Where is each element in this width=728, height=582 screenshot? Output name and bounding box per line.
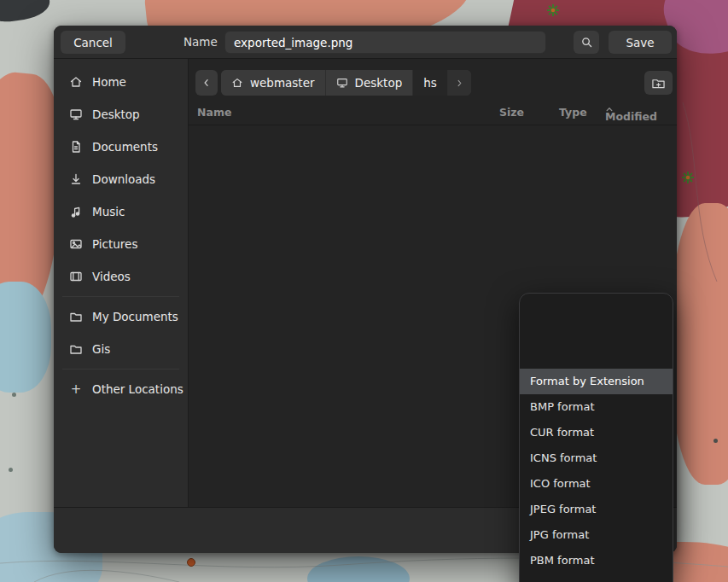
column-header-name[interactable]: Name (197, 106, 231, 119)
sidebar-item-other-locations[interactable]: + Other Locations (54, 373, 188, 405)
dialog-headerbar: Cancel Name Save (54, 26, 677, 59)
sidebar-item-videos[interactable]: Videos (54, 260, 188, 293)
sidebar-separator (62, 369, 179, 370)
search-icon (580, 36, 593, 49)
path-segment-label: Desktop (355, 76, 403, 90)
column-header-modified-label: Modified (605, 110, 657, 123)
chevron-right-icon (455, 78, 464, 89)
format-menu-item-pbm[interactable]: PBM format (520, 548, 673, 573)
video-icon (69, 270, 83, 283)
sidebar-item-label: Downloads (92, 172, 155, 186)
plus-icon: + (69, 382, 83, 396)
path-segment-webmaster[interactable]: webmaster (221, 70, 326, 96)
desktop-icon (69, 108, 83, 121)
format-menu-item-jpg[interactable]: JPG format (520, 522, 673, 548)
format-menu-item-ico[interactable]: ICO format (520, 471, 673, 497)
folder-icon (69, 342, 83, 356)
cancel-button[interactable]: Cancel (61, 31, 125, 54)
new-folder-icon (651, 77, 666, 90)
home-icon (231, 77, 243, 89)
download-icon (69, 172, 83, 186)
filename-input[interactable] (224, 31, 546, 54)
sidebar-item-gis[interactable]: Gis (54, 333, 188, 365)
sidebar-item-label: Pictures (92, 237, 137, 251)
sidebar-item-label: Desktop (92, 108, 140, 121)
map-point-marker (12, 393, 16, 397)
filename-label: Name (183, 26, 218, 58)
sidebar-item-label: Documents (92, 140, 158, 154)
map-point-marker (187, 558, 195, 567)
column-header-modified[interactable]: Modified (605, 106, 614, 113)
sidebar-item-home[interactable]: Home (54, 66, 188, 98)
format-menu-item-by-extension[interactable]: Format by Extension (520, 369, 673, 394)
path-segment-label: hs (423, 76, 437, 90)
format-menu-item-cur[interactable]: CUR format (520, 420, 673, 445)
list-column-headers: Name Size Type Modified (189, 102, 677, 125)
music-note-icon (69, 205, 83, 218)
sidebar-item-downloads[interactable]: Downloads (54, 163, 188, 195)
sidebar-item-my-documents[interactable]: My Documents (54, 300, 188, 333)
save-button[interactable]: Save (609, 31, 672, 54)
document-icon (69, 140, 83, 154)
sidebar-item-label: Videos (92, 270, 131, 283)
sidebar-item-label: My Documents (92, 310, 178, 323)
sidebar-item-label: Home (92, 75, 126, 89)
sidebar-separator (62, 296, 179, 297)
path-toolbar: webmaster Desktop hs (195, 70, 673, 96)
places-sidebar: Home Desktop Documents Downloads (54, 59, 189, 507)
map-flower-marker-icon (546, 3, 560, 17)
picture-icon (69, 237, 83, 251)
path-bar: webmaster Desktop hs (221, 70, 471, 96)
path-forward-button[interactable] (448, 70, 471, 96)
sidebar-item-pictures[interactable]: Pictures (54, 228, 188, 260)
file-format-menu-empty-area (520, 294, 673, 369)
sidebar-item-label: Gis (92, 342, 110, 356)
chevron-left-icon (201, 77, 212, 89)
file-format-menu: Format by Extension BMP format CUR forma… (519, 293, 673, 582)
path-segment-hs[interactable]: hs (413, 70, 448, 96)
path-segment-desktop[interactable]: Desktop (326, 70, 414, 96)
map-point-marker (9, 468, 13, 472)
sidebar-item-label: Music (92, 205, 125, 218)
map-point-marker (713, 439, 718, 443)
search-button[interactable] (574, 31, 599, 54)
path-segment-label: webmaster (250, 76, 315, 90)
column-header-size[interactable]: Size (499, 106, 524, 119)
format-menu-item-icns[interactable]: ICNS format (520, 445, 673, 471)
desktop-icon (336, 77, 348, 89)
sidebar-item-desktop[interactable]: Desktop (54, 98, 188, 131)
sidebar-item-documents[interactable]: Documents (54, 131, 188, 163)
column-header-type[interactable]: Type (559, 106, 587, 119)
sidebar-item-label: Other Locations (92, 382, 183, 396)
map-flower-marker-icon (681, 171, 695, 184)
new-folder-button[interactable] (644, 71, 673, 95)
home-icon (69, 75, 83, 89)
format-menu-item-bmp[interactable]: BMP format (520, 394, 673, 420)
sidebar-item-music[interactable]: Music (54, 195, 188, 228)
format-menu-item-jpeg[interactable]: JPEG format (520, 497, 673, 522)
format-menu-item-partial[interactable] (520, 573, 673, 582)
folder-icon (69, 310, 83, 323)
back-button[interactable] (195, 70, 218, 96)
